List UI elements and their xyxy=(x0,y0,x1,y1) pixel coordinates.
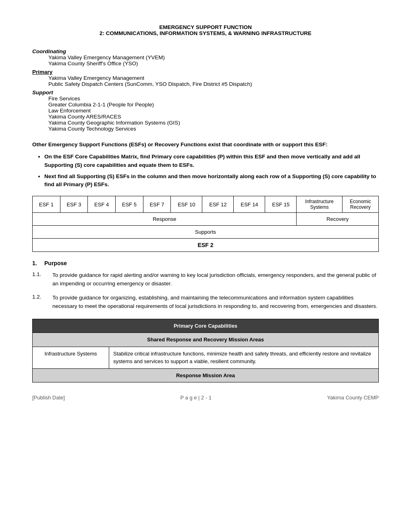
list-item: Public Safety Dispatch Centers (SunComm,… xyxy=(48,81,379,87)
list-item: Law Enforcement xyxy=(48,108,379,114)
other-esf-text: Other Emergency Support Functions (ESFs)… xyxy=(32,141,379,149)
header-line2: 2: COMMUNICATIONS, INFORMATION SYSTEMS, … xyxy=(32,30,379,36)
cap-header-cell: Primary Core Capabilities xyxy=(33,319,379,333)
esf-cell-4: ESF 4 xyxy=(88,196,116,213)
list-item: Yakima County ARES/RACES xyxy=(48,114,379,120)
purpose-text-1: To provide guidance for rapid alerting a… xyxy=(52,271,379,288)
list-item: Greater Columbia 2-1-1 (People for Peopl… xyxy=(48,102,379,108)
esf-cell-3: ESF 3 xyxy=(60,196,88,213)
recovery-label: Recovery xyxy=(297,213,379,226)
cap-subheader-row: Shared Response and Recovery Mission Are… xyxy=(33,333,379,347)
coordinating-section: Coordinating Yakima Valley Emergency Man… xyxy=(32,48,379,66)
cap-response-mission-row: Response Mission Area xyxy=(33,368,379,382)
capabilities-table: Primary Core Capabilities Shared Respons… xyxy=(32,319,379,383)
esf-cell-7: ESF 7 xyxy=(143,196,171,213)
page-header: EMERGENCY SUPPORT FUNCTION 2: COMMUNICAT… xyxy=(32,24,379,36)
esf-response-recovery-row: Response Recovery xyxy=(33,213,379,226)
coordinating-items: Yakima Valley Emergency Management (YVEM… xyxy=(48,54,379,66)
esf-infra-systems: InfrastructureSystems xyxy=(297,196,342,213)
bullet-item-1: On the ESF Core Capabilities Matrix, fin… xyxy=(44,153,379,169)
list-item: Fire Services xyxy=(48,96,379,102)
list-item: Yakima Valley Emergency Management xyxy=(48,75,379,81)
list-item: Yakima Valley Emergency Management (YVEM… xyxy=(48,54,379,60)
esf-economic-recovery: EconomicRecovery xyxy=(342,196,378,213)
esf-supports-row: Supports xyxy=(33,226,379,239)
cap-header-row: Primary Core Capabilities xyxy=(33,319,379,333)
supports-label: Supports xyxy=(33,226,379,239)
list-item: Yakima County Geographic Information Sys… xyxy=(48,120,379,126)
footer-center: P a g e | 2 - 1 xyxy=(181,395,212,401)
esf2-row: ESF 2 xyxy=(33,239,379,252)
primary-items: Yakima Valley Emergency Management Publi… xyxy=(48,75,379,87)
support-label: Support xyxy=(32,89,53,96)
purpose-text-2: To provide guidance for organizing, esta… xyxy=(52,294,379,311)
esf2-label: ESF 2 xyxy=(33,239,379,252)
esf-cell-5: ESF 5 xyxy=(116,196,143,213)
cap-subheader-cell: Shared Response and Recovery Mission Are… xyxy=(33,333,379,347)
purpose-heading-row: 1. Purpose xyxy=(32,260,379,269)
purpose-num-2: 1.2. xyxy=(32,294,52,311)
purpose-item-1: 1.1. To provide guidance for rapid alert… xyxy=(32,271,379,288)
esf-cell-12: ESF 12 xyxy=(202,196,234,213)
purpose-number: 1. xyxy=(32,260,44,269)
cap-infra-text: Stabilize critical infrastructure functi… xyxy=(109,347,379,368)
header-line1: EMERGENCY SUPPORT FUNCTION xyxy=(32,24,379,30)
purpose-heading: Purpose xyxy=(44,260,67,266)
list-item: Yakima County Technology Services xyxy=(48,126,379,132)
footer-right: Yakima County CEMP xyxy=(327,395,379,401)
esf-top-row: ESF 1 ESF 3 ESF 4 ESF 5 ESF 7 ESF 10 ESF… xyxy=(33,196,379,213)
purpose-num-1: 1.1. xyxy=(32,271,52,288)
bullet-list: On the ESF Core Capabilities Matrix, fin… xyxy=(44,153,379,189)
support-section: Support Fire Services Greater Columbia 2… xyxy=(32,89,379,132)
esf-cell-10: ESF 10 xyxy=(171,196,202,213)
esf-cell-15: ESF 15 xyxy=(265,196,297,213)
support-items: Fire Services Greater Columbia 2-1-1 (Pe… xyxy=(48,96,379,132)
coordinating-label: Coordinating xyxy=(32,48,66,54)
purpose-section: 1. Purpose 1.1. To provide guidance for … xyxy=(32,260,379,311)
cap-response-mission-header: Response Mission Area xyxy=(33,368,379,382)
page-footer: [Publish Date] P a g e | 2 - 1 Yakima Co… xyxy=(32,395,379,401)
primary-section: Primary Yakima Valley Emergency Manageme… xyxy=(32,69,379,87)
esf-cell-1: ESF 1 xyxy=(33,196,60,213)
footer-left: [Publish Date] xyxy=(32,395,65,401)
esf-cell-14: ESF 14 xyxy=(234,196,265,213)
cap-infra-row: Infrastructure Systems Stabilize critica… xyxy=(33,347,379,368)
esf-table: ESF 1 ESF 3 ESF 4 ESF 5 ESF 7 ESF 10 ESF… xyxy=(32,196,379,252)
bullet-item-2: Next find all Supporting (S) ESFs in the… xyxy=(44,172,379,189)
response-label: Response xyxy=(33,213,297,226)
cap-infra-label: Infrastructure Systems xyxy=(33,347,109,368)
purpose-item-2: 1.2. To provide guidance for organizing,… xyxy=(32,294,379,311)
primary-label: Primary xyxy=(32,69,52,75)
list-item: Yakima County Sheriff's Office (YSO) xyxy=(48,60,379,66)
